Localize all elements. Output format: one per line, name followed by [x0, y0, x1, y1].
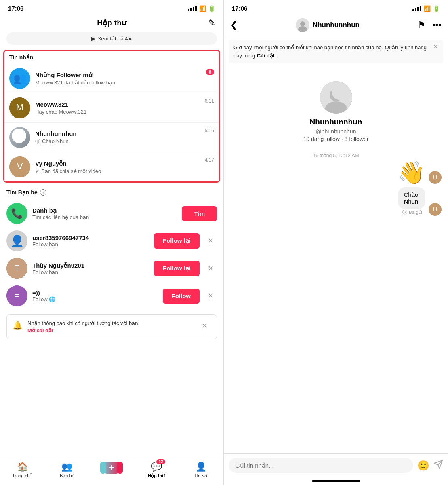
message-item-meow[interactable]: M Meoww.321 Hãy chào Meoww.321 6/11 — [4, 93, 219, 123]
right-panel: 17:06 📶 🔋 ❮ Nhunhunnhun ⚑ ••• — [224, 0, 448, 485]
follow-lại-button-user8359[interactable]: Follow lại — [154, 233, 200, 249]
sender-avatar-chao: U — [429, 203, 442, 216]
chat-input-bar: 🙂 — [224, 453, 448, 477]
xem-tat-ca-btn[interactable]: ▶ Xem tất cả 4 ▸ — [6, 32, 217, 45]
shared-icon: ✔ — [35, 168, 40, 174]
message-content-meow: Meoww.321 Hãy chào Meoww.321 — [35, 101, 214, 115]
message-preview-nhun: Ⓡ Chào Nhun — [35, 138, 214, 145]
friend-item-danh-ba: 📞 Danh bạ Tìm các liên hệ của bạn Tìm — [6, 200, 217, 227]
avatar-eq: = — [6, 285, 27, 306]
message-item-vy[interactable]: V Vy Nguyễn ✔ Bạn đã chia sẻ một video 4… — [4, 152, 219, 181]
message-time-nhun: 5/16 — [205, 128, 214, 133]
phone-icon: 📞 — [11, 208, 23, 219]
right-header-name: Nhunhunnhun — [313, 21, 360, 29]
left-status-icons: 📶 🔋 — [188, 5, 215, 12]
avatar-nhun — [9, 127, 30, 148]
friend-item-thuy: T Thùy Nguyễn9201 Follow bạn Follow lại … — [6, 255, 217, 282]
plus-btn[interactable]: + — [103, 462, 120, 474]
battery-icon: 🔋 — [208, 5, 215, 12]
right-header-avatar — [296, 18, 309, 32]
dismiss-user8359-button[interactable]: ✕ — [204, 235, 217, 247]
nav-trang-chu-label: Trang chủ — [12, 473, 32, 479]
signal-icon — [188, 6, 197, 11]
emoji-button[interactable]: 🙂 — [417, 460, 429, 471]
dismiss-thuy-button[interactable]: ✕ — [204, 262, 217, 274]
chat-messages: U 👋 U Chào Nhun Ⓡ Đã gửi — [230, 162, 442, 219]
nav-ho-so[interactable]: 👤 Hồ sơ — [179, 462, 223, 479]
nav-hop-thu[interactable]: 💬 12 Hộp thư — [134, 462, 179, 479]
sent-check-icon: Ⓡ — [402, 209, 407, 216]
bell-icon: 🔔 — [13, 321, 23, 330]
friend-sub-thuy: Follow bạn — [32, 269, 149, 275]
nav-trang-chu[interactable]: 🏠 Trang chủ — [0, 462, 45, 479]
right-status-icons: 📶 🔋 — [412, 5, 440, 12]
notif-text: Nhận thông báo khi có người tương tác vớ… — [27, 320, 194, 334]
hop-thu-count: 12 — [156, 459, 165, 464]
friend-info-danh-ba: Danh bạ Tìm các liên hệ của bạn — [32, 207, 177, 220]
message-name-meow: Meoww.321 — [35, 101, 214, 108]
msg-status: Ⓡ Đã gửi — [402, 209, 425, 216]
dismiss-eq-button[interactable]: ✕ — [204, 290, 217, 302]
home-indicator — [224, 477, 448, 485]
message-name-vy: Vy Nguyễn — [35, 160, 214, 167]
friend-info-user8359: user8359766947734 Follow bạn — [32, 234, 149, 247]
svg-text:V: V — [17, 161, 23, 171]
friend-sub-eq: Follow 🌐 — [32, 296, 158, 302]
flag-button[interactable]: ⚑ — [418, 20, 426, 30]
left-header: Hộp thư ✎ — [0, 15, 223, 32]
close-info-banner-button[interactable]: ✕ — [433, 43, 438, 51]
right-wifi-icon: 📶 — [424, 5, 431, 12]
user-icon: 👤 — [10, 234, 24, 248]
wave-emoji: 👋 — [398, 162, 425, 184]
xem-tat-ca-icon: ▶ — [91, 36, 95, 42]
avatar-user8359: 👤 — [6, 230, 27, 251]
profile-stats: 10 đang follow · 3 follower — [303, 136, 369, 142]
svg-text:M: M — [16, 102, 23, 112]
xem-tat-ca-label: Xem tất cả 4 ▸ — [98, 36, 132, 42]
cai-dat-link[interactable]: Cài đặt. — [257, 53, 276, 59]
svg-text:U: U — [433, 174, 437, 181]
friend-sub-user8359: Follow bạn — [32, 241, 149, 247]
back-button[interactable]: ❮ — [230, 20, 238, 30]
nav-ban-be[interactable]: 👥 Bạn bè — [45, 462, 90, 479]
message-preview-follower: Meoww.321 đã bắt đầu follow bạn. — [35, 80, 214, 86]
svg-text:U: U — [433, 206, 437, 213]
avatar-danh-ba: 📞 — [6, 203, 27, 224]
message-item-nhun[interactable]: Nhunhunnhun Ⓡ Chào Nhun 5/16 — [4, 123, 219, 152]
follow-lại-button-thuy[interactable]: Follow lại — [154, 261, 200, 276]
home-bar — [312, 480, 360, 482]
nav-hop-thu-label: Hộp thư — [148, 473, 165, 479]
message-time-meow: 6/11 — [205, 98, 214, 104]
nav-plus[interactable]: + — [89, 462, 134, 479]
message-item-follower[interactable]: 👥 Những Follower mới Meoww.321 đã bắt đầ… — [4, 64, 219, 93]
right-status-bar: 17:06 📶 🔋 — [224, 0, 448, 15]
info-banner-text: Giờ đây, mọi người có thể biết khi nào b… — [233, 44, 429, 59]
svg-point-9 — [300, 21, 305, 26]
message-preview-meow: Hãy chào Meoww.321 — [35, 109, 214, 115]
profile-icon: 👤 — [196, 462, 206, 472]
nav-ban-be-label: Bạn bè — [60, 473, 74, 479]
right-signal-icon — [412, 6, 421, 11]
chat-timestamp: 16 tháng 5, 12:12 AM — [313, 153, 359, 158]
chao-message-container: Chào Nhun Ⓡ Đã gửi — [383, 187, 425, 216]
message-preview-vy: ✔ Bạn đã chia sẻ một video — [35, 168, 214, 174]
friends-icon: 👥 — [61, 462, 72, 472]
tim-button[interactable]: Tìm — [182, 206, 217, 221]
sent-icon: Ⓡ — [35, 138, 40, 145]
right-battery-icon: 🔋 — [433, 5, 440, 12]
message-content-vy: Vy Nguyễn ✔ Bạn đã chia sẻ một video — [35, 160, 214, 174]
home-icon: 🏠 — [17, 462, 28, 472]
mo-cai-dat-link[interactable]: Mở cài đặt — [27, 327, 53, 333]
message-input[interactable] — [229, 458, 413, 473]
svg-point-14 — [332, 85, 347, 100]
friend-name-danh-ba: Danh bạ — [32, 207, 177, 214]
sender-avatar-wave: U — [429, 171, 442, 184]
follow-button-eq[interactable]: Follow — [163, 289, 200, 304]
friend-sub-danh-ba: Tìm các liên hệ của bạn — [32, 214, 177, 220]
friend-info-thuy: Thùy Nguyễn9201 Follow bạn — [32, 262, 149, 275]
right-header: ❮ Nhunhunnhun ⚑ ••• — [224, 15, 448, 36]
compose-icon[interactable]: ✎ — [208, 18, 215, 28]
send-button[interactable] — [433, 460, 443, 472]
dismiss-notif-button[interactable]: ✕ — [198, 320, 211, 332]
more-button[interactable]: ••• — [432, 20, 442, 30]
